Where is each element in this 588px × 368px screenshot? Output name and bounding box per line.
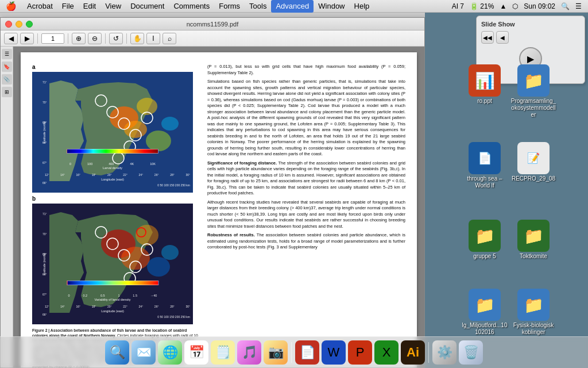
menubar: 🍎 Acrobat File Edit View Document Commen… <box>0 0 588 13</box>
hand-tool-button[interactable]: ✋ <box>130 33 144 44</box>
slideshow-title: Slide Show <box>481 21 580 28</box>
dock-trash[interactable]: 🗑️ <box>459 340 483 365</box>
sidebar-bookmarks[interactable]: 🔖 <box>2 62 12 72</box>
fysisk-label: Fysisk-biologisk koblinger <box>510 322 556 336</box>
dock-powerpoint[interactable]: P <box>348 340 372 365</box>
wifi-icon: ▲ <box>498 2 508 10</box>
dock-mail[interactable]: ✉️ <box>131 340 156 365</box>
map-panel-a: 71°70°69°68°67°66° 12°14°16°18°20°22°24°… <box>32 72 193 193</box>
paragraph-5: Robustness of results. The association b… <box>207 232 405 251</box>
dock-prefs[interactable]: ⚙️ <box>432 340 457 365</box>
sidebar-pages[interactable]: ☰ <box>2 49 12 59</box>
dock-photos[interactable]: 📷 <box>264 340 288 365</box>
desktop-icon-roppt[interactable]: 📊 ro.ppt <box>462 64 508 105</box>
desktop-icon-programsamling[interactable]: 📁 Programsamling_okosystemmodeller <box>510 64 556 118</box>
paragraph-1: (P = 0.013), but less so with grid cells… <box>207 64 405 76</box>
desktop-icon-miljoutford[interactable]: 📁 lg_Miljoutford...10102016 <box>462 289 508 336</box>
dock-safari[interactable]: 🌐 <box>158 340 182 365</box>
menu-edit[interactable]: Edit <box>79 0 100 13</box>
menu-window[interactable]: Window <box>314 0 349 13</box>
zoom-in-button[interactable]: ⊕ <box>72 33 86 44</box>
close-button[interactable] <box>5 21 12 28</box>
menu-file[interactable]: File <box>57 0 79 13</box>
dock-acrobat[interactable]: 📄 <box>295 340 319 365</box>
svg-point-4 <box>146 131 171 151</box>
colorbar-b-title: Variability of larval density <box>68 298 157 301</box>
prev-frame-button[interactable]: ◀ <box>496 31 509 44</box>
zoom-tool-button[interactable]: ⌕ <box>163 33 176 44</box>
menu-icon[interactable]: ☰ <box>574 2 583 10</box>
menubar-status: AI 7 🔋 21% ▲ ⬡ Sun 09:02 🔍 ☰ <box>450 2 588 10</box>
dock-separator <box>291 342 292 363</box>
slide-controls: ◀◀ ◀ <box>481 31 580 44</box>
longitude-ticks-b: 12°14°16°18°20°22°24°26°28°30° <box>45 305 190 308</box>
apple-menu[interactable]: 🍎 <box>0 1 22 12</box>
heading-foraging: Significance of foraging distance. <box>207 160 277 166</box>
zoom-out-button[interactable]: ⊖ <box>88 33 102 44</box>
menu-forms[interactable]: Forms <box>214 0 245 13</box>
rotate-button[interactable]: ↺ <box>109 33 123 44</box>
figure-column: a <box>32 64 199 367</box>
panel-b-label: b <box>32 195 199 202</box>
dock-excal[interactable]: X <box>374 340 399 365</box>
roppt-icon: 📊 <box>469 64 501 97</box>
toolbar-separator-2 <box>68 33 68 44</box>
menu-advanced[interactable]: Advanced <box>271 0 314 13</box>
prev-slide-button[interactable]: ◀◀ <box>481 31 494 44</box>
prev-page-button[interactable]: ◀ <box>4 33 18 44</box>
dock-word[interactable]: W <box>322 340 346 365</box>
dock-separator-2 <box>428 342 429 363</box>
gruppe5-icon: 📁 <box>469 220 501 252</box>
desktop-icon-throughsea[interactable]: 📄 through sea – World lf <box>462 142 508 189</box>
toolbar-separator-3 <box>105 33 106 44</box>
heading-robustness: Robustness of results. <box>207 232 255 237</box>
throughsea-icon: 📄 <box>469 142 501 174</box>
select-tool-button[interactable]: I <box>146 33 160 44</box>
page-number-input[interactable] <box>41 33 64 44</box>
spotlight-icon[interactable]: 🔍 <box>559 2 571 10</box>
menu-document[interactable]: Document <box>126 0 169 13</box>
minimize-button[interactable] <box>16 21 22 28</box>
dock-itunes[interactable]: 🎵 <box>237 340 261 365</box>
programsamling-icon: 📁 <box>517 64 550 97</box>
desktop-icon-fysisk[interactable]: 📁 Fysisk-biologisk koblinger <box>510 289 556 336</box>
pdf-main-content[interactable]: a <box>13 47 424 367</box>
colorbar-a-labels: 01004004K10K <box>69 162 156 166</box>
toolbar-separator-4 <box>126 33 127 44</box>
colorbar-a <box>67 149 158 154</box>
dock-illustrator[interactable]: Ai <box>401 340 425 365</box>
colorbar-a-title: Larval density <box>69 166 156 170</box>
menu-tools[interactable]: Tools <box>245 0 271 13</box>
menu-help[interactable]: Help <box>350 0 374 13</box>
desktop-icon-recpro[interactable]: 📝 RECPRO_29_08 <box>510 142 556 182</box>
paragraph-4: Although recent tracking studies have re… <box>207 200 405 230</box>
desktop-icon-gruppe5[interactable]: 📁 gruppe 5 <box>462 220 508 260</box>
svg-point-5 <box>161 117 179 131</box>
y-axis-label-a: Latitude (north) <box>42 121 46 143</box>
menu-acrobat[interactable]: Acrobat <box>22 0 57 13</box>
dock-calendar[interactable]: 📅 <box>184 340 208 365</box>
pdf-sidebar: ☰ 🔖 📎 ⊞ <box>1 47 13 367</box>
dock: 🔍 ✉️ 🌐 📅 🗒️ 🎵 📷 📄 W P X Ai ⚙️ 🗑️ <box>0 336 588 368</box>
paragraph-3: Significance of foraging distance. The s… <box>207 160 405 197</box>
sidebar-attachments[interactable]: 📎 <box>2 74 12 85</box>
pdf-titlebar: ncomms11599.pdf <box>1 18 424 30</box>
dock-finder[interactable]: 🔍 <box>105 340 129 365</box>
panel-a-label: a <box>32 64 199 70</box>
sidebar-layers[interactable]: ⊞ <box>2 87 12 97</box>
menu-view[interactable]: View <box>100 0 126 13</box>
map-panel-b: 71°70°69°68°67°66° 12°14°16°18°20°22°24°… <box>32 204 193 324</box>
dock-notes[interactable]: 🗒️ <box>211 340 235 365</box>
maximize-button[interactable] <box>26 21 33 28</box>
text-column: (P = 0.013), but less so with grid cells… <box>207 64 405 367</box>
toktkomite-icon: 📁 <box>517 220 550 252</box>
fysisk-icon: 📁 <box>517 289 550 321</box>
next-page-button[interactable]: ▶ <box>20 33 34 44</box>
y-axis-label-b: Latitude (north) <box>42 253 46 274</box>
bluetooth-icon: ⬡ <box>510 2 520 10</box>
menu-comments[interactable]: Comments <box>169 0 214 13</box>
colorbar-b-labels: 00.20.511.5→40 <box>68 294 157 297</box>
clock: Sun 09:02 <box>522 2 557 10</box>
desktop-icon-toktkomite[interactable]: 📁 Toktkomite <box>510 220 556 260</box>
toktkomite-label: Toktkomite <box>510 253 556 260</box>
